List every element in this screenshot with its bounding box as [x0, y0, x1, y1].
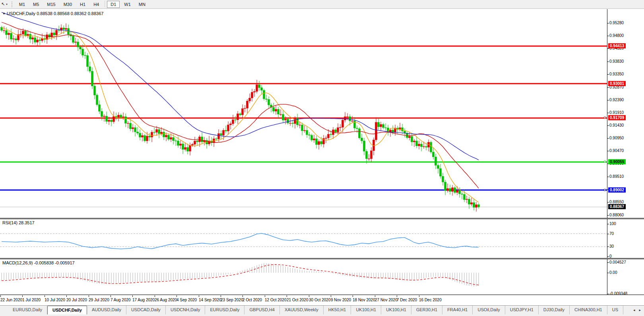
- macd-chart: [0, 259, 607, 295]
- level-price-box: 0.94413: [608, 43, 626, 48]
- level-lines-layer: [0, 46, 607, 191]
- level-line-0.93001[interactable]: [0, 83, 607, 84]
- date-label: 1 Jul 2020: [22, 298, 41, 302]
- timeframe-button-m5[interactable]: M5: [29, 1, 43, 8]
- timeframe-button-d1[interactable]: D1: [107, 1, 120, 8]
- date-tickmark: [89, 295, 89, 297]
- symbol-tab-china300-h1[interactable]: CHINA300,H1: [570, 306, 607, 314]
- date-label: 12 Oct 2020: [265, 298, 286, 302]
- price-axis[interactable]: 0.952800.948000.943200.938300.933500.928…: [607, 9, 644, 218]
- symbol-tab-eurusd-daily[interactable]: EURUSD,Daily: [8, 306, 47, 314]
- symbol-tab-uk100-h1[interactable]: UK100,H1: [381, 306, 411, 314]
- symbol-tab-usdcnh-daily[interactable]: USDCNH,Daily: [166, 306, 206, 314]
- symbol-tab-ger30-h1[interactable]: GER30,H1: [411, 306, 442, 314]
- symbol-tab-hk50-h1[interactable]: HK50,H1: [324, 306, 351, 314]
- level-price-box: 0.91709: [608, 115, 626, 120]
- tab-scroll-right-icon[interactable]: ▸: [637, 307, 643, 313]
- level-drag-handle[interactable]: [604, 189, 606, 191]
- price-tickmark: [607, 177, 609, 177]
- date-label: 23 Sep 2020: [221, 298, 243, 302]
- time-axis[interactable]: 22 Jun 20201 Jul 202010 Jul 202020 Jul 2…: [0, 295, 644, 305]
- timeframe-button-mn[interactable]: MN: [135, 1, 149, 8]
- level-price-box: 0.93001: [608, 81, 626, 86]
- symbol-tab-eurusd-daily[interactable]: EURUSD,Daily: [205, 306, 244, 314]
- symbol-tab-usoil-daily[interactable]: USOil,Daily: [473, 306, 505, 314]
- symbol-tab-fra40-h1[interactable]: FRA40,H1: [442, 306, 473, 314]
- date-label: 9 Nov 2020: [331, 298, 351, 302]
- price-tick-label: 0.92390: [609, 98, 624, 102]
- date-tickmark: [242, 295, 243, 297]
- timeframe-toolbar: ↖ ▾ M1M5M15M30H1H4D1W1MN: [0, 0, 644, 9]
- level-line-0.94413[interactable]: [0, 46, 607, 47]
- symbol-tab-xauusd-weekly[interactable]: XAUUSD,Weekly: [280, 306, 324, 314]
- price-tickmark: [607, 113, 609, 113]
- date-label: 10 Jul 2020: [45, 298, 65, 302]
- level-price-box: 0.90055: [608, 159, 626, 164]
- date-label: 2 Oct 2020: [242, 298, 262, 302]
- timeframe-button-h1[interactable]: H1: [76, 1, 89, 8]
- level-price-box: 0.89002: [608, 187, 626, 193]
- level-line-0.89002[interactable]: [0, 189, 607, 191]
- rsi-chart: [0, 219, 607, 259]
- price-tick-label: 0.88550: [609, 200, 624, 204]
- macd-label: MACD(12,26,9) -0.005838 -0.005917: [2, 260, 75, 265]
- date-tickmark: [199, 295, 199, 297]
- level-drag-handle[interactable]: [604, 161, 606, 163]
- tab-scroll-controls: ◂▸: [631, 306, 644, 314]
- price-tickmark: [607, 48, 609, 49]
- main-chart-pane: ▼ USDCHF,Daily 0.88538 0.88568 0.88362 0…: [0, 9, 644, 218]
- rsi-pane: RSI(14) 28.3517 10070300: [0, 219, 644, 258]
- price-tickmark: [607, 74, 609, 75]
- date-tickmark: [419, 295, 419, 297]
- rsi-axis: 10070300: [607, 219, 644, 258]
- date-tickmark: [265, 295, 265, 297]
- level-drag-handle[interactable]: [604, 117, 606, 119]
- date-tickmark: [221, 295, 221, 297]
- timeframe-button-m1[interactable]: M1: [16, 1, 29, 8]
- timeframe-button-m30[interactable]: M30: [60, 1, 76, 8]
- collapse-triangle-icon[interactable]: ▼: [2, 12, 6, 15]
- symbol-tab-uk100-h1[interactable]: UK100,H1: [351, 306, 381, 314]
- macd-tick-label: 0.00: [609, 270, 617, 275]
- level-line-0.90055[interactable]: [0, 162, 607, 163]
- date-label: 7 Dec 2020: [397, 298, 417, 302]
- rsi-tick-label: 30: [609, 244, 614, 249]
- price-tickmark: [607, 215, 609, 216]
- timeframe-button-h4[interactable]: H4: [90, 1, 103, 8]
- date-tickmark: [353, 295, 353, 297]
- chart-symbol-label: USDCHF,Daily: [7, 11, 35, 16]
- moving-average-21[interactable]: [2, 22, 479, 188]
- date-tickmark: [287, 295, 287, 297]
- trading-terminal-window: ↖ ▾ M1M5M15M30H1H4D1W1MN ▼ USDCHF,Daily …: [0, 0, 644, 316]
- cursor-tool-icon[interactable]: ↖: [0, 2, 6, 7]
- date-label: 4 Sep 2020: [177, 298, 197, 302]
- symbol-tab-usdchf-daily[interactable]: USDCHF,Daily: [47, 306, 87, 314]
- symbol-tab-us[interactable]: US: [607, 306, 623, 314]
- date-tickmark: [45, 295, 45, 297]
- price-tick-label: 0.88060: [609, 213, 624, 217]
- toolbar-grip[interactable]: [12, 2, 13, 7]
- date-tickmark: [309, 295, 309, 297]
- symbol-tab-usdcad-daily[interactable]: USDCAD,Daily: [126, 306, 166, 314]
- timeframe-button-m15[interactable]: M15: [43, 1, 59, 8]
- macd-pane: MACD(12,26,9) -0.005838 -0.005917 0.0045…: [0, 259, 644, 295]
- symbol-tab-audusd-daily[interactable]: AUDUSD,Daily: [87, 306, 126, 314]
- current-price-box: 0.88367: [608, 204, 626, 209]
- macd-tick-label: 0.004527: [609, 260, 626, 264]
- date-tickmark: [66, 295, 67, 297]
- date-tickmark: [132, 295, 133, 297]
- date-label: 17 Aug 2020: [132, 298, 155, 302]
- price-tickmark: [607, 23, 609, 23]
- rsi-tickmark: [607, 234, 609, 234]
- tab-scroll-left-icon[interactable]: ◂: [631, 307, 637, 313]
- symbol-tab-usdjpy-h1[interactable]: USDJPY,H1: [505, 306, 539, 314]
- symbol-tab-dj30-daily[interactable]: DJ30,Daily: [539, 306, 570, 314]
- price-tick-label: 0.93830: [609, 59, 624, 64]
- timeframe-button-w1[interactable]: W1: [120, 1, 134, 8]
- toolbar-separator: [105, 1, 105, 7]
- symbol-tab-gbpusd-h4[interactable]: GBPUSD,H4: [244, 306, 280, 314]
- price-tick-label: 0.91910: [609, 110, 624, 115]
- rsi-tick-label: 0: [609, 254, 612, 258]
- price-tick-label: 0.95280: [609, 21, 624, 25]
- chevron-down-icon[interactable]: ▾: [6, 3, 9, 6]
